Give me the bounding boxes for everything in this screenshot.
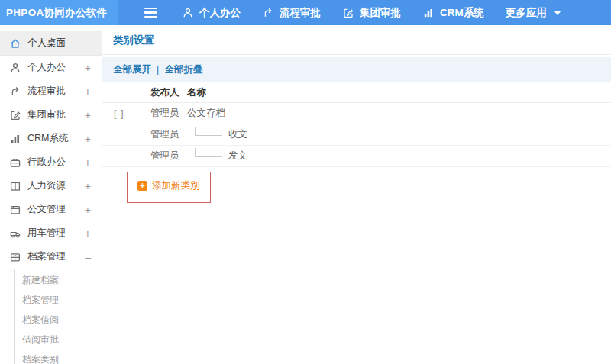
- sidebar-item-human-resources[interactable]: 人力资源 +: [0, 174, 102, 198]
- expand-plus-icon: +: [85, 133, 91, 145]
- hamburger-menu-icon[interactable]: [144, 8, 157, 18]
- publisher-cell: 管理员: [150, 128, 187, 141]
- sidebar-item-workflow-approval[interactable]: 流程审批 +: [0, 79, 102, 103]
- sidebar-item-crm-system[interactable]: CRM系统 +: [0, 127, 102, 150]
- table-header-row: 发布人 名称: [102, 82, 611, 103]
- app-window: PHPOA协同办公软件 个人办公 流程审批 集团审批 CRM系统 更多应用: [0, 0, 611, 364]
- sidebar-item-label: 流程审批: [27, 85, 66, 98]
- edit-icon: [342, 7, 354, 19]
- nav-group-approval[interactable]: 集团审批: [342, 6, 401, 20]
- tree-connector: [195, 127, 222, 136]
- page-title-bar: 类别设置: [102, 25, 611, 55]
- top-nav: 个人办公 流程审批 集团审批 CRM系统 更多应用: [182, 6, 561, 20]
- collapse-all-link[interactable]: 全部折叠: [164, 63, 202, 76]
- sidebar-item-admin-office[interactable]: 行政办公 +: [0, 150, 102, 174]
- sidebar-subitem-archive-management[interactable]: 档案管理: [15, 290, 102, 310]
- category-name-cell: 公文存档: [187, 107, 225, 120]
- briefcase-icon: [9, 156, 21, 169]
- app-logo: PHPOA协同办公软件: [0, 0, 118, 25]
- user-icon: [9, 62, 21, 74]
- caret-down-icon: [554, 11, 561, 15]
- expand-plus-icon: +: [85, 62, 91, 74]
- chart-icon: [422, 7, 435, 19]
- sidebar-subitem-borrow-approval[interactable]: 借阅审批: [15, 330, 102, 350]
- tree-toolbar: 全部展开 | 全部折叠: [102, 57, 611, 82]
- nav-more-apps[interactable]: 更多应用: [506, 6, 561, 20]
- edit-icon: [9, 109, 21, 121]
- tree-connector: [195, 148, 222, 157]
- nav-label: CRM系统: [440, 6, 484, 20]
- sidebar-item-label: 个人办公: [27, 61, 66, 74]
- sidebar-item-personal-desktop[interactable]: 个人桌面: [0, 31, 102, 56]
- car-icon: [9, 227, 21, 240]
- nav-crm-system[interactable]: CRM系统: [422, 6, 484, 20]
- collapse-toggle[interactable]: [-]: [113, 108, 124, 119]
- expand-plus-icon: +: [85, 227, 91, 240]
- table-row: 管理员 发文: [102, 146, 611, 167]
- sidebar-item-group-approval[interactable]: 集团审批 +: [0, 103, 102, 127]
- expand-all-link[interactable]: 全部展开: [113, 63, 151, 76]
- table-row: [-] 管理员 公文存档: [102, 103, 611, 124]
- expand-plus-icon: +: [85, 156, 91, 169]
- add-category-button[interactable]: + 添加新类别: [137, 179, 200, 192]
- top-bar: PHPOA协同办公软件 个人办公 流程审批 集团审批 CRM系统 更多应用: [0, 0, 611, 25]
- plus-icon: +: [137, 181, 147, 191]
- category-name-cell: 收文: [228, 128, 247, 141]
- sidebar-item-archive-management[interactable]: 档案管理 –: [0, 245, 102, 269]
- expand-plus-icon: +: [85, 204, 91, 216]
- category-table: 发布人 名称 [-] 管理员 公文存档 管理员 收文 管理员: [102, 82, 611, 167]
- sidebar-item-personal-office[interactable]: 个人办公 +: [0, 56, 102, 79]
- publisher-cell: 管理员: [150, 107, 187, 120]
- sidebar-subitem-new-archive[interactable]: 新建档案: [15, 270, 102, 290]
- flow-icon: [9, 85, 21, 98]
- sidebar-item-label: 用车管理: [27, 227, 66, 240]
- nav-personal-office[interactable]: 个人办公: [182, 6, 241, 20]
- name-column-header: 名称: [187, 86, 206, 99]
- nav-label: 更多应用: [506, 6, 547, 20]
- toolbar-separator: |: [157, 64, 159, 75]
- category-name-cell: 发文: [228, 150, 247, 163]
- sidebar-item-label: 个人桌面: [27, 37, 66, 50]
- publisher-column-header: 发布人: [150, 86, 187, 99]
- sidebar-subitem-archive-category[interactable]: 档案类别: [15, 350, 102, 364]
- expand-plus-icon: +: [85, 109, 91, 121]
- user-icon: [182, 7, 194, 19]
- publisher-cell: 管理员: [150, 150, 187, 163]
- home-icon: [9, 37, 21, 50]
- sidebar-item-official-docs[interactable]: 公文管理 +: [0, 198, 102, 221]
- document-icon: [9, 204, 21, 216]
- nav-label: 个人办公: [199, 6, 241, 20]
- table-row: 管理员 收文: [102, 124, 611, 146]
- sidebar-item-label: 行政办公: [27, 156, 66, 169]
- sidebar-item-label: CRM系统: [27, 132, 68, 145]
- expand-plus-icon: +: [85, 85, 91, 98]
- expand-plus-icon: +: [85, 180, 91, 192]
- collapse-minus-icon: –: [85, 251, 91, 263]
- annotation-highlight-box: + 添加新类别: [127, 172, 211, 203]
- archive-icon: [9, 251, 21, 263]
- sidebar-submenu-archive: 新建档案 档案管理 档案借阅 借阅审批 档案类别: [14, 269, 102, 364]
- sidebar-item-label: 公文管理: [27, 203, 66, 216]
- sidebar-subitem-archive-borrow[interactable]: 档案借阅: [15, 310, 102, 330]
- nav-label: 集团审批: [360, 6, 401, 20]
- add-category-label: 添加新类别: [152, 179, 200, 192]
- sidebar-item-label: 档案管理: [27, 250, 66, 263]
- sidebar-item-vehicle-management[interactable]: 用车管理 +: [0, 221, 102, 245]
- nav-workflow-approval[interactable]: 流程审批: [262, 6, 321, 20]
- sidebar: 个人桌面 个人办公 + 流程审批 + 集团审批 + CRM系统 + 行政办公 +: [0, 25, 102, 364]
- sidebar-item-label: 人力资源: [27, 179, 66, 192]
- sidebar-item-label: 集团审批: [27, 108, 66, 121]
- flow-icon: [262, 7, 274, 19]
- main-content: 类别设置 全部展开 | 全部折叠 发布人 名称 [-] 管理员 公文存档 管理员: [102, 25, 611, 364]
- book-icon: [9, 180, 21, 192]
- page-title: 类别设置: [113, 34, 600, 47]
- nav-label: 流程审批: [280, 6, 321, 20]
- chart-icon: [9, 133, 21, 145]
